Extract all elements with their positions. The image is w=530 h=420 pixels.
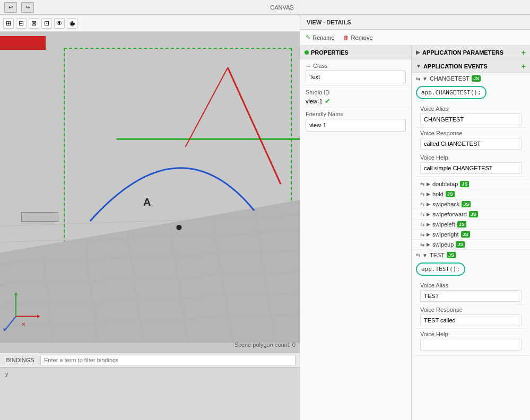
right-split: PROPERTIES → Class Studio ID v: [300, 46, 530, 420]
friendly-name-input[interactable]: [306, 119, 406, 132]
hold-chevron: ▶: [427, 191, 430, 197]
changetest-code-box[interactable]: app.CHANGETEST();: [416, 86, 486, 99]
canvas-title: CANVAS: [38, 4, 526, 11]
swipeforward-event: ⇆ ▶ swipeforward JS: [412, 209, 530, 220]
rename-icon: ✎: [306, 34, 310, 41]
redo-button[interactable]: ↪: [21, 2, 34, 13]
swiperight-label: swiperight: [432, 231, 459, 238]
class-input[interactable]: [306, 71, 406, 83]
test-voice-alias-input[interactable]: [420, 290, 522, 302]
changetest-event-header[interactable]: ⇆ ▼ CHANGETEST JS: [416, 75, 526, 82]
swipeup-event: ⇆ ▶ swipeup JS: [412, 240, 530, 250]
swipeup-chevron: ▶: [427, 242, 430, 247]
hold-js-badge: JS: [446, 191, 455, 197]
events-panel: ▶ APPLICATION PARAMETERS + ▼ APPLICATION…: [412, 46, 530, 420]
canvas-content[interactable]: ✕ A Scene polygon count: 0: [0, 32, 300, 352]
swiperight-chevron: ▶: [427, 232, 430, 237]
changetest-js-badge: JS: [472, 75, 481, 82]
remove-icon: 🗑: [343, 34, 349, 41]
friendly-name-label: Friendly Name: [306, 111, 406, 117]
swipeup-label: swipeup: [432, 241, 454, 248]
app-events-plus[interactable]: +: [522, 62, 526, 71]
test-js-badge: JS: [447, 252, 456, 258]
swipeleft-arrows: ⇆: [420, 222, 424, 228]
swipeleft-event: ⇆ ▶ swipeleft JS: [412, 220, 530, 230]
changetest-voice-response: Voice Response: [416, 128, 526, 152]
svg-line-14: [228, 67, 281, 184]
class-label: → Class: [306, 63, 406, 69]
changetest-voice-help-input[interactable]: [420, 162, 522, 174]
test-voice-response-input[interactable]: [420, 314, 522, 326]
tool-icon-6[interactable]: ◉: [67, 18, 77, 29]
rename-button[interactable]: ✎ Rename: [306, 34, 335, 41]
test-voice-alias: Voice Alias: [416, 280, 526, 304]
changetest-voice-response-input[interactable]: [420, 138, 522, 150]
swipeforward-arrows: ⇆: [420, 212, 424, 217]
canvas-area: ⊞ ⊟ ⊠ ⊡ 👁 ◉: [0, 15, 300, 420]
tool-icon-2[interactable]: ⊟: [16, 18, 27, 29]
test-code-box[interactable]: app.TEST();: [416, 262, 465, 276]
changetest-voice-alias-label: Voice Alias: [420, 106, 522, 112]
bindings-input[interactable]: [40, 355, 296, 365]
test-voice-help-input[interactable]: [420, 339, 522, 351]
swipeforward-js-badge: JS: [469, 211, 478, 217]
test-voice-help-label: Voice Help: [420, 331, 522, 337]
swiperight-js-badge: JS: [461, 231, 470, 238]
svg-text:✕: ✕: [21, 321, 25, 327]
hold-label: hold: [432, 191, 444, 197]
doubletap-label: doubletap: [432, 181, 458, 187]
changetest-arrows: ⇆: [416, 76, 420, 82]
changetest-voice-response-label: Voice Response: [420, 130, 522, 136]
changetest-voice-help-label: Voice Help: [420, 154, 522, 161]
swipeback-js-badge: JS: [462, 201, 471, 207]
swiperight-arrows: ⇆: [420, 232, 424, 238]
test-event-header[interactable]: ⇆ ▼ TEST JS: [416, 252, 526, 258]
app-events-header[interactable]: ▼ APPLICATION EVENTS +: [412, 59, 530, 73]
swipeforward-chevron: ▶: [427, 212, 430, 217]
changetest-voice-help: Voice Help: [416, 152, 526, 177]
properties-dot: [305, 50, 309, 55]
top-bar: ↩ ↪ CANVAS: [0, 0, 530, 15]
hold-event: ⇆ ▶ hold JS: [412, 189, 530, 199]
changetest-label: CHANGETEST: [430, 75, 470, 82]
swipeleft-chevron: ▶: [427, 222, 430, 227]
test-voice-alias-label: Voice Alias: [420, 282, 522, 288]
friendly-name-prop-row: Friendly Name: [300, 108, 411, 134]
swipeleft-label: swipeleft: [432, 221, 455, 228]
doubletap-event: ⇆ ▶ doubletap JS: [412, 179, 530, 189]
check-icon: ✔: [325, 97, 331, 105]
app-params-plus[interactable]: +: [522, 48, 526, 57]
svg-point-16: [176, 225, 181, 230]
tool-icon-1[interactable]: ⊞: [3, 18, 14, 29]
properties-header: PROPERTIES: [300, 46, 411, 59]
point-a-label: A: [143, 196, 151, 208]
swiperight-event: ⇆ ▶ swiperight JS: [412, 230, 530, 240]
action-row: ✎ Rename 🗑 Remove: [300, 30, 530, 46]
properties-section: PROPERTIES → Class Studio ID v: [300, 46, 412, 420]
canvas-svg: ✕: [0, 32, 300, 352]
app-params-header[interactable]: ▶ APPLICATION PARAMETERS +: [412, 46, 530, 59]
studio-id-value: view-1: [306, 98, 323, 104]
test-event: ⇆ ▼ TEST JS app.TEST(); Voice Alias: [412, 250, 530, 356]
tool-icon-4[interactable]: ⊡: [41, 18, 52, 29]
class-prop-row: → Class: [300, 59, 411, 86]
canvas-toolbar: ⊞ ⊟ ⊠ ⊡ 👁 ◉: [0, 15, 300, 32]
tool-icon-3[interactable]: ⊠: [29, 18, 39, 29]
changetest-voice-alias-input[interactable]: [420, 113, 522, 125]
swipeup-arrows: ⇆: [420, 242, 424, 248]
bottom-output: y: [0, 368, 300, 380]
remove-button[interactable]: 🗑 Remove: [343, 34, 373, 41]
tool-icon-5[interactable]: 👁: [54, 18, 65, 29]
bindings-bar: BINDINGS: [0, 352, 300, 367]
studio-id-row: view-1 ✔: [306, 97, 406, 105]
test-voice-response: Voice Response: [416, 304, 526, 329]
svg-marker-0: [0, 200, 300, 343]
swipeback-chevron: ▶: [427, 202, 430, 207]
undo-button[interactable]: ↩: [4, 2, 17, 13]
swipeforward-label: swipeforward: [432, 211, 467, 217]
doubletap-chevron: ▶: [427, 181, 430, 187]
canvas-bottom: y: [0, 367, 300, 420]
doubletap-js-badge: JS: [460, 181, 469, 187]
svg-line-15: [185, 67, 228, 147]
scene-polygon-count: Scene polygon count: 0: [234, 342, 296, 348]
